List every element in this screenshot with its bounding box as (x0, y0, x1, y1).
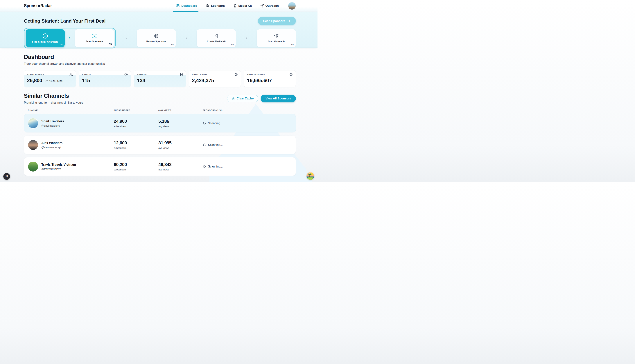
similar-channels-subtitle: Promising long-form channels similar to … (24, 101, 83, 104)
stat-delta-text: +1,437 (28d) (49, 79, 63, 82)
view-all-sponsors-button[interactable]: View All Sponsors (261, 95, 296, 102)
step-create-media-kit[interactable]: Create Media Kit 4/5 (197, 29, 236, 47)
step-label: Review Sponsors (146, 40, 166, 43)
stat-label: VIDEO VIEWS (192, 74, 208, 76)
chevron-right-icon (184, 36, 188, 40)
nav-tab-label: Outreach (266, 4, 279, 8)
subscribers-value: 12,600 (114, 140, 158, 146)
channel-handle: @snailtravelers (41, 124, 64, 127)
page-title: Dashboard (24, 54, 296, 60)
channel-handle: @alexwandersyt (41, 146, 63, 149)
step-progress: 2/5 (109, 43, 112, 46)
nav-tab-sponsors[interactable]: Sponsors (205, 4, 225, 8)
step-progress: 5/5 (291, 43, 294, 46)
subscribers-unit: subscribers (114, 125, 158, 128)
stat-card-shorts: SHORTS 134 (134, 70, 186, 87)
subscribers-value: 24,900 (114, 119, 158, 124)
nav-tab-outreach[interactable]: Outreach (260, 4, 279, 8)
table-row[interactable]: Alex Wanders @alexwandersyt 12,600 subsc… (24, 136, 296, 154)
stat-label: SUBSCRIBERS (27, 74, 44, 76)
step-review-sponsors[interactable]: Review Sponsors 3/5 (137, 29, 176, 47)
active-tab-underline (173, 11, 198, 12)
nextjs-dev-badge[interactable]: N (3, 173, 10, 180)
eye-icon (289, 73, 293, 76)
channel-avatar (28, 162, 38, 172)
step-start-outreach[interactable]: Start Outreach 5/5 (257, 29, 296, 47)
target-icon (205, 4, 209, 8)
scan-sponsors-cta-button[interactable]: Scan Sponsors (258, 17, 296, 25)
nav-tab-label: Media Kit (238, 4, 252, 8)
eye-icon (235, 73, 238, 76)
clear-cache-button[interactable]: Clear Cache (227, 95, 258, 102)
avg-views-unit: avg views (158, 168, 203, 171)
dev-badge-letter: N (6, 175, 8, 178)
video-camera-icon (124, 73, 128, 76)
step-find-similar-channels[interactable]: Find Similar Channels 1/5 (26, 29, 65, 47)
column-header-avg-views: AVG VIEWS (158, 109, 203, 111)
step-scan-sponsors[interactable]: Scan Sponsors 2/5 (75, 29, 114, 47)
column-header-sponsors: SPONSORS (12M) (203, 109, 292, 111)
channel-avatar (28, 140, 38, 150)
user-avatar[interactable] (288, 2, 296, 10)
stat-value: 115 (82, 78, 90, 84)
users-icon (69, 73, 73, 76)
table-row[interactable]: Travis Travels Vietnam @travistravelsvn … (24, 157, 296, 176)
step-label: Find Similar Channels (32, 40, 58, 43)
table-header: CHANNEL SUBSCRIBERS AVG VIEWS SPONSORS (… (24, 109, 296, 111)
step-progress: 4/5 (231, 43, 234, 46)
grid-icon (176, 4, 180, 8)
table-row[interactable]: Snail Travelers @snailtravelers 24,900 s… (24, 114, 296, 132)
stat-card-subscribers: SUBSCRIBERS 26,800 +1,437 (28d) (24, 70, 76, 87)
column-header-subscribers: SUBSCRIBERS (114, 109, 158, 111)
scan-search-icon (92, 34, 97, 38)
stat-label: VIDEOS (82, 74, 91, 76)
film-icon (179, 73, 183, 76)
clear-cache-label: Clear Cache (237, 97, 254, 100)
step-progress: 1/5 (60, 43, 63, 46)
step-label: Create Media Kit (207, 40, 226, 43)
target-icon (154, 34, 159, 38)
step-progress: 3/5 (171, 43, 174, 46)
channel-handle: @travistravelsvn (41, 168, 76, 170)
send-icon (274, 34, 279, 38)
chevron-right-icon (124, 36, 128, 40)
main-nav: Dashboard Sponsors Media Kit Outreach (176, 4, 279, 8)
channel-name: Travis Travels Vietnam (41, 163, 76, 166)
getting-started-title: Getting Started: Land Your First Deal (24, 18, 105, 24)
onboarding-steps: Find Similar Channels 1/5 Scan Sponsors … (24, 28, 296, 48)
channel-avatar (28, 118, 38, 128)
avg-views-unit: avg views (158, 146, 203, 149)
subscribers-unit: subscribers (114, 146, 158, 149)
spinner-icon (203, 143, 206, 146)
channel-name: Alex Wanders (41, 141, 63, 145)
scan-status: Scanning... (208, 165, 223, 168)
avg-views-value: 46,842 (158, 162, 203, 167)
avg-views-unit: avg views (158, 125, 203, 128)
arrow-right-icon (287, 19, 291, 22)
stat-card-video-views: VIDEO VIEWS 2,424,375 (189, 70, 241, 87)
nav-tab-media-kit[interactable]: Media Kit (233, 4, 252, 8)
trash-icon (232, 97, 235, 100)
stat-card-shorts-views: SHORTS VIEWS 16,685,607 (244, 70, 296, 87)
chevron-right-icon (68, 36, 72, 40)
nav-tab-label: Sponsors (211, 4, 225, 8)
tropical-island-icon[interactable] (306, 172, 314, 180)
check-circle-icon (43, 33, 48, 39)
send-icon (260, 4, 264, 8)
cta-label: Scan Sponsors (263, 19, 285, 23)
main-content: Dashboard Track your channel growth and … (0, 48, 317, 176)
stat-card-videos: VIDEOS 115 (79, 70, 131, 87)
file-text-icon (214, 34, 219, 38)
nav-tab-dashboard[interactable]: Dashboard (176, 4, 197, 8)
stat-delta: +1,437 (28d) (45, 79, 63, 82)
chevron-right-icon (245, 36, 248, 40)
subscribers-unit: subscribers (114, 168, 158, 171)
similar-channels-title: Similar Channels (24, 93, 83, 99)
file-text-icon (233, 4, 237, 8)
scan-status: Scanning... (208, 143, 223, 146)
getting-started-section: Getting Started: Land Your First Deal Sc… (0, 12, 317, 48)
current-steps-highlight-ring: Find Similar Channels 1/5 Scan Sponsors … (24, 28, 116, 48)
column-header-channel: CHANNEL (28, 109, 114, 111)
stat-value: 16,685,607 (247, 78, 272, 84)
stat-label: SHORTS (137, 74, 147, 76)
